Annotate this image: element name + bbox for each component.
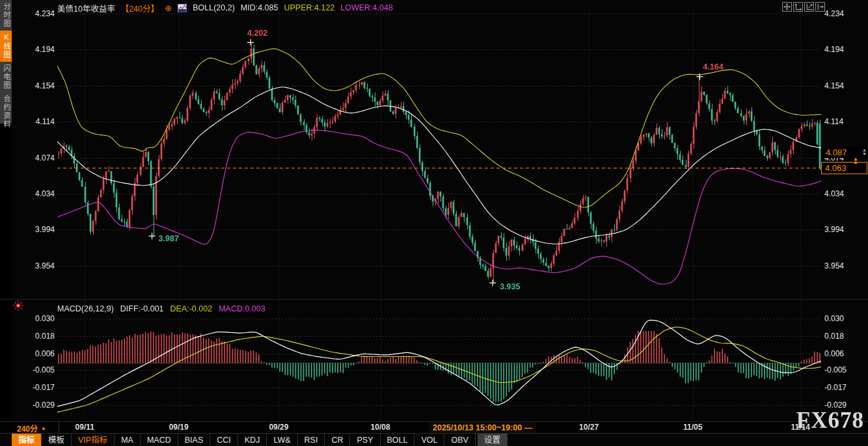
boll-lower-value: LOWER:4.048 bbox=[340, 3, 393, 12]
remove-indicator-icon[interactable]: ⊕ bbox=[165, 4, 172, 12]
toolbar-item-CR[interactable]: CR bbox=[325, 434, 350, 446]
selected-candle-time: 2025/10/13 15:00~19:00 — bbox=[429, 422, 536, 434]
trading-terminal: 分时图K线图闪电图合约资料 美债10年收益率 【240分】 ⊕ BOLL(20,… bbox=[0, 0, 868, 446]
toolbar-item-PSY[interactable]: PSY bbox=[350, 434, 380, 446]
chevron-up-icon: ▲ bbox=[41, 425, 46, 431]
date-label-09-29: 09/29 bbox=[269, 423, 288, 432]
toolbar-item-BIAS[interactable]: BIAS bbox=[178, 434, 211, 446]
macd-axis-label-right: 0.030 bbox=[824, 314, 867, 323]
toolbar-item-RSI[interactable]: RSI bbox=[298, 434, 325, 446]
sidebar: 分时图K线图闪电图合约资料 bbox=[0, 0, 12, 446]
axis-adjust-icon[interactable]: ▲▼ bbox=[862, 148, 867, 156]
toolbar-item-KDJ[interactable]: KDJ bbox=[238, 434, 267, 446]
annotation-3.987: 3.987 bbox=[159, 234, 179, 243]
chart-header: 美债10年收益率 【240分】 ⊕ BOLL(20,2) MID:4.085 U… bbox=[57, 2, 393, 14]
toolbar-item-CCI[interactable]: CCI bbox=[210, 434, 238, 446]
main-axis-label-left: 3.954 bbox=[0, 261, 55, 270]
macd-axis-label-left: -0.029 bbox=[0, 400, 55, 410]
annotation-4.164: 4.164 bbox=[703, 62, 723, 72]
main-axis-label-right: 4.154 bbox=[824, 81, 867, 90]
pane-divider bbox=[0, 299, 868, 300]
macd-axis-label-left: -0.005 bbox=[0, 365, 55, 374]
indicator-alert-icon[interactable] bbox=[13, 300, 23, 313]
main-axis-label-right: 4.194 bbox=[824, 45, 867, 54]
toolbar-item-LW&[interactable]: LW& bbox=[267, 434, 297, 446]
macd-dea-value: DEA:-0.002 bbox=[170, 304, 213, 313]
main-axis-label-left: 4.194 bbox=[0, 45, 55, 54]
macd-diff-value: DIFF:-0.001 bbox=[120, 304, 164, 313]
sidebar-tabs: 分时图K线图闪电图合约资料 bbox=[0, 0, 12, 124]
toolbar-item-设置[interactable]: 设置 bbox=[478, 434, 508, 446]
period-selector-label: 240分 bbox=[17, 423, 38, 434]
axis-zoom-x-icon[interactable] bbox=[793, 2, 803, 12]
candlestick-chart-canvas[interactable] bbox=[57, 0, 821, 300]
price-up-arrows-icon: ▲▲ bbox=[853, 157, 858, 164]
period-selector[interactable]: 240分 ▲ bbox=[12, 422, 59, 434]
macd-axis-label-right: 0.018 bbox=[824, 332, 867, 341]
main-axis-label-left: 4.034 bbox=[0, 189, 55, 198]
main-axis-label-left: 3.994 bbox=[0, 225, 55, 234]
macd-chart-canvas[interactable] bbox=[57, 300, 821, 421]
main-axis-label-right: 3.994 bbox=[824, 225, 867, 234]
date-label-10-08: 10/08 bbox=[371, 423, 390, 432]
toolbar-item-指标[interactable]: 指标 bbox=[12, 434, 42, 446]
boll-mid-value: MID:4.085 bbox=[241, 3, 278, 12]
instrument-title: 美债10年收益率 bbox=[57, 2, 115, 14]
last-price-tag: 4.087 bbox=[822, 147, 867, 158]
macd-macd-value: MACD:0.003 bbox=[219, 304, 265, 313]
alert-price-tag: 4.063 bbox=[821, 162, 867, 174]
main-axis-label-right: 4.034 bbox=[824, 189, 867, 198]
date-label-10-27: 10/27 bbox=[579, 423, 599, 432]
macd-header: MACD(26,12,9) DIFF:-0.001 DEA:-0.002 MAC… bbox=[57, 304, 265, 313]
main-axis-label-left: 4.154 bbox=[0, 81, 55, 90]
macd-axis-label-left: 0.006 bbox=[0, 349, 55, 358]
boll-label: BOLL(20,2) bbox=[193, 3, 235, 12]
toolbar-item-OBV[interactable]: OBV bbox=[444, 434, 475, 446]
macd-axis-label-right: -0.005 bbox=[824, 365, 867, 374]
toolbar-item-模板[interactable]: 模板 bbox=[42, 434, 72, 446]
date-label-09-19: 09/19 bbox=[169, 423, 189, 432]
axis-zoom-y-icon[interactable] bbox=[804, 2, 814, 12]
toolbar-item-VOL[interactable]: VOL bbox=[414, 434, 444, 446]
toolbar-item-BOLL[interactable]: BOLL bbox=[381, 434, 415, 446]
macd-axis-label-right: -0.017 bbox=[824, 383, 867, 392]
macd-axis-label-left: 0.030 bbox=[0, 314, 55, 323]
move-icon[interactable] bbox=[782, 2, 792, 12]
main-axis-label-left: 4.234 bbox=[0, 9, 55, 18]
boll-upper-value: UPPER:4.122 bbox=[284, 3, 334, 12]
main-axis-label-right: 4.234 bbox=[824, 9, 867, 18]
main-axis-label-right: 3.954 bbox=[824, 261, 867, 270]
date-label-11-05: 11/05 bbox=[683, 423, 702, 432]
toolbar-item-MA[interactable]: MA bbox=[115, 434, 141, 446]
macd-axis-label-left: -0.017 bbox=[0, 383, 55, 392]
macd-axis-label-left: 0.018 bbox=[0, 332, 55, 341]
macd-axis-label-right: 0.006 bbox=[824, 349, 867, 358]
window-controls bbox=[782, 2, 825, 12]
main-axis-label-right: 4.114 bbox=[824, 117, 867, 126]
annotation-3.935: 3.935 bbox=[500, 282, 520, 291]
mini-chart-icon[interactable] bbox=[178, 4, 187, 12]
period-tag: 【240分】 bbox=[121, 2, 159, 14]
date-label-09-11: 09/11 bbox=[75, 423, 94, 432]
toolbar-item-MACD[interactable]: MACD bbox=[141, 434, 178, 446]
toolbar-item-VIP指标[interactable]: VIP指标 bbox=[72, 434, 115, 446]
watermark: FX678 bbox=[796, 408, 864, 434]
x-axis-row: 240分 ▲ 09/1109/1909/2910/0810/2711/0511/… bbox=[0, 421, 868, 434]
annotation-4.202: 4.202 bbox=[247, 29, 267, 38]
macd-title: MACD(26,12,9) bbox=[57, 304, 114, 313]
main-axis-label-left: 4.114 bbox=[0, 117, 55, 126]
main-axis-label-left: 4.074 bbox=[0, 153, 55, 163]
collapse-panel-icon[interactable] bbox=[815, 2, 825, 12]
indicator-toolbar: 指标模板VIP指标MAMACDBIASCCIKDJLW&RSICRPSYBOLL… bbox=[0, 433, 868, 446]
